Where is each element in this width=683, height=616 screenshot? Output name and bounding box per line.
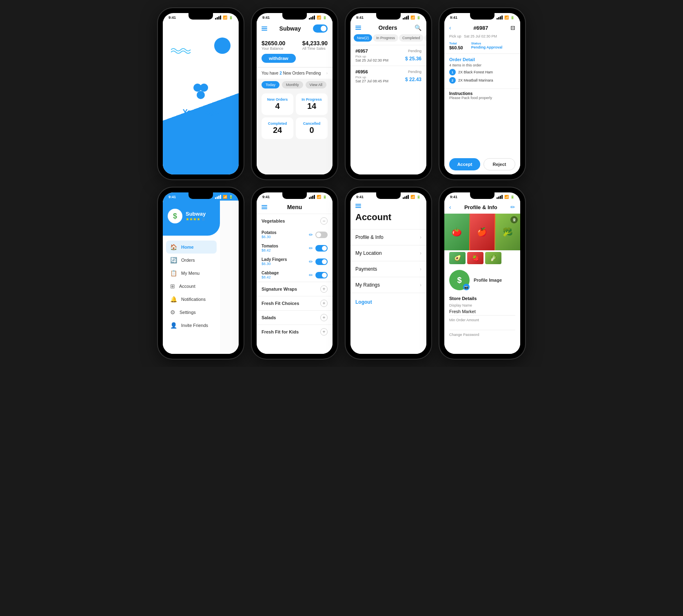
wifi-icon-2: 📶 [317, 15, 321, 20]
toggle-cabbage[interactable] [315, 272, 328, 278]
sidebar-item-orders[interactable]: 🔄 Orders [166, 254, 217, 267]
order-item-1[interactable]: #6957 Pending Pick up Sat 25 Jul 02:30 P… [350, 45, 426, 66]
reject-button[interactable]: Reject [483, 158, 515, 170]
sidebar-item-account[interactable]: ⊞ Account [166, 280, 217, 293]
search-icon[interactable]: 🔍 [415, 24, 421, 31]
sales-label: All Time Sales [302, 46, 328, 51]
hamburger-icon[interactable] [262, 26, 267, 31]
expand-freshfit-icon[interactable]: + [320, 300, 328, 307]
sidebar-item-menu[interactable]: 📋 My Menu [166, 267, 217, 280]
sidebar-item-invite[interactable]: 👤 Invite Friends [166, 319, 217, 332]
profile-back-icon[interactable]: ‹ [449, 204, 451, 210]
status-item: Status Pending Approval [471, 42, 503, 50]
edit-potatos-icon[interactable]: ✏ [309, 232, 313, 238]
hero-delete-icon[interactable]: 🗑 [510, 216, 518, 223]
sidebar-item-settings[interactable]: ⚙ Settings [166, 306, 217, 319]
expand-salads-icon[interactable]: + [320, 314, 328, 321]
cat2-name: Signature Wraps [262, 287, 297, 291]
balance-amount: $2650.00 [262, 40, 285, 46]
tab-cancelled[interactable]: Cancelled [424, 34, 426, 42]
svg-point-1 [200, 84, 208, 92]
tomatos-info: Tomatos $8.42 [262, 244, 278, 252]
account-hamburger[interactable] [355, 204, 421, 208]
cat5-name: Fresh Fit for Kids [262, 329, 299, 334]
display-name-input[interactable] [449, 308, 515, 316]
screen-sidebar-inner: 9:41 📶 🔋 $ [163, 192, 239, 354]
menu-hamburger[interactable] [262, 205, 267, 209]
display-name-field: Display Name [449, 303, 515, 316]
back-icon[interactable]: ‹ [449, 24, 451, 31]
account-title: Account [355, 212, 421, 223]
edit-ladyfingers-icon[interactable]: ✏ [309, 259, 313, 265]
account-icon: ⊞ [170, 283, 175, 289]
tomatos-controls: ✏ [309, 245, 328, 252]
filter-tabs: Today Monthly View All [257, 79, 333, 91]
notch-5: 9:41 📶 🔋 [163, 192, 239, 201]
battery-7: 🔋 [417, 195, 421, 199]
account-menu-profile[interactable]: Profile & Info › [350, 229, 426, 245]
change-password-field: Change Password [449, 333, 515, 337]
store-icon: $ [168, 209, 182, 223]
category-fresh-fit: Fresh Fit Choices + [257, 296, 333, 310]
tab-in-progress[interactable]: In Progress [373, 34, 398, 42]
pickup-label: Pick up [449, 34, 461, 38]
dashboard-title: Subway [279, 25, 301, 32]
profile-screen: ‹ Profile & Info ✏ 🍅 🍎 🥦 🗑 🥑 🍓 🥬 [444, 201, 520, 354]
item2-badge: 2 [449, 77, 456, 84]
online-toggle[interactable] [313, 24, 328, 33]
toggle-potatos[interactable] [315, 232, 328, 238]
notifications-icon: 🔔 [170, 296, 177, 302]
filter-icon[interactable]: ⊟ [510, 24, 515, 31]
filter-viewall[interactable]: View All [306, 81, 326, 88]
profile-edit-icon[interactable]: ✏ [510, 204, 515, 210]
detail-pickup-label: Pick up Sat 25 Jul 02:30 PM [444, 34, 520, 40]
filter-monthly[interactable]: Monthly [282, 81, 303, 88]
profile-info-label: Profile & Info [355, 234, 384, 240]
menu-title: Menu [287, 204, 302, 210]
nav-account-label: Account [179, 284, 195, 289]
notch-7: 9:41 📶 🔋 [350, 192, 426, 201]
account-menu-location[interactable]: My Location › [350, 245, 426, 261]
payments-chevron-icon: › [420, 266, 421, 272]
order-filter-tabs: New(2) In Progress Completed Cancelled [350, 34, 426, 45]
account-menu-payments[interactable]: Payments › [350, 261, 426, 277]
cabbage-controls: ✏ [309, 272, 328, 278]
change-password-label: Change Password [449, 333, 515, 337]
withdraw-button[interactable]: withdraw [262, 54, 296, 63]
category-vegetables: Vegetables − [257, 214, 333, 228]
edit-tomatos-icon[interactable]: ✏ [309, 245, 313, 251]
screen-profile-inner: 9:41 📶 🔋 ‹ Profile & Info ✏ 🍅 [444, 192, 520, 354]
sidebar-item-home[interactable]: 🏠 Home [166, 241, 217, 254]
tab-new[interactable]: New(2) [354, 34, 372, 42]
nav-orders-label: Orders [181, 258, 195, 263]
order-item-2[interactable]: #6956 Pending Pick up Sat 27 Jul 08:45 P… [350, 66, 426, 86]
logout-item[interactable]: Logout [350, 293, 426, 310]
tab-completed[interactable]: Completed [399, 34, 424, 42]
toggle-tomatos[interactable] [315, 245, 328, 252]
expand-wraps-icon[interactable]: + [320, 285, 328, 293]
time-7: 9:41 [356, 195, 364, 199]
expand-kids-icon[interactable]: + [320, 328, 328, 336]
account-menu-ratings[interactable]: My Ratings › [350, 277, 426, 293]
orders-hamburger[interactable] [355, 26, 361, 30]
battery-1: 🔋 [229, 16, 233, 20]
settings-icon: ⚙ [170, 309, 175, 316]
toggle-ladyfingers[interactable] [315, 258, 328, 265]
min-order-input[interactable] [449, 322, 515, 330]
ladyfingers-name: Lady Fingers [262, 257, 287, 262]
sidebar-screen: $ Subway ★★★★ ☆ [163, 201, 239, 354]
edit-cabbage-icon[interactable]: ✏ [309, 272, 313, 278]
stat-cancelled-label: Cancelled [300, 121, 324, 126]
sidebar-item-notifications[interactable]: 🔔 Notifications [166, 293, 217, 306]
camera-icon[interactable]: 📷 [463, 284, 470, 290]
account-screen: Account Profile & Info › My Location › P… [350, 201, 426, 354]
accept-button[interactable]: Accept [449, 158, 480, 170]
stats-grid: New Orders 4 In Progress 14 Completed 24… [257, 91, 333, 141]
pending-banner[interactable]: You have 2 New Orders Pending › [257, 67, 333, 79]
battery-5: 🔋 [229, 195, 233, 199]
collapse-vegetables-icon[interactable]: − [320, 217, 328, 225]
thumb-1: 🥑 [449, 252, 466, 264]
detail-meta: Total $60.50 Status Pending Approval [444, 40, 520, 54]
filter-today[interactable]: Today [262, 81, 279, 88]
detail-order-id: #6987 [473, 25, 488, 31]
